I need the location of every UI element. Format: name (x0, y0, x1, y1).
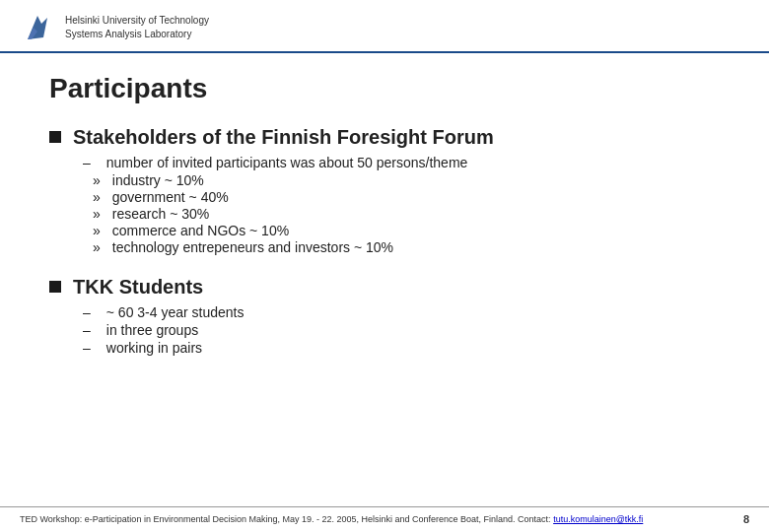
sub-item-research: research ~ 30% (112, 206, 209, 222)
sub-item-commerce: commerce and NGOs ~ 10% (112, 223, 289, 238)
sub-item-government: government ~ 40% (112, 189, 229, 205)
bullet-icon (49, 281, 61, 293)
stakeholders-intro: number of invited participants was about… (106, 155, 468, 170)
lab-name: Systems Analysis Laboratory (65, 28, 209, 41)
list-item: in three groups (83, 322, 720, 338)
tkk-item-1: in three groups (106, 322, 198, 338)
list-item: number of invited participants was about… (83, 155, 720, 170)
bullet-icon (49, 131, 61, 143)
logo-container: Helsinki University of Technology System… (20, 10, 209, 45)
tkk-item-2: working in pairs (106, 340, 202, 356)
university-name: Helsinki University of Technology (65, 14, 209, 28)
stakeholders-sub-list: industry ~ 10% government ~ 40% research… (73, 172, 720, 255)
header-text: Helsinki University of Technology System… (65, 14, 209, 41)
list-item: commerce and NGOs ~ 10% (93, 223, 720, 238)
section-tkk: TKK Students ~ 60 3-4 year students in t… (49, 276, 720, 358)
footer: TED Workshop: e-Participation in Environ… (0, 506, 769, 532)
stakeholders-dash-list: number of invited participants was about… (73, 155, 720, 170)
list-item: technology entrepeneurs and investors ~ … (93, 239, 720, 255)
main-content: Participants Stakeholders of the Finnish… (0, 53, 769, 397)
page-title: Participants (49, 73, 720, 104)
list-item: research ~ 30% (93, 206, 720, 222)
tkk-dash-list: ~ 60 3-4 year students in three groups w… (73, 304, 720, 356)
sub-item-technology: technology entrepeneurs and investors ~ … (112, 239, 393, 255)
section-tkk-content: TKK Students ~ 60 3-4 year students in t… (73, 276, 720, 358)
list-item: government ~ 40% (93, 189, 720, 205)
footer-text: TED Workshop: e-Participation in Environ… (20, 513, 734, 526)
section-stakeholders-title: Stakeholders of the Finnish Foresight Fo… (73, 126, 720, 149)
list-item: working in pairs (83, 340, 720, 356)
list-item: ~ 60 3-4 year students (83, 304, 720, 320)
sub-item-industry: industry ~ 10% (112, 172, 204, 188)
footer-description: TED Workshop: e-Participation in Environ… (20, 514, 551, 524)
section-stakeholders: Stakeholders of the Finnish Foresight Fo… (49, 126, 720, 256)
tkk-item-0: ~ 60 3-4 year students (106, 304, 245, 320)
page-number: 8 (743, 513, 749, 525)
university-logo-icon (20, 10, 55, 45)
section-stakeholders-content: Stakeholders of the Finnish Foresight Fo… (73, 126, 720, 256)
section-tkk-title: TKK Students (73, 276, 720, 299)
list-item: industry ~ 10% (93, 172, 720, 188)
footer-email-link[interactable]: tutu.komulainen@tkk.fi (553, 514, 643, 524)
header: Helsinki University of Technology System… (0, 0, 769, 53)
